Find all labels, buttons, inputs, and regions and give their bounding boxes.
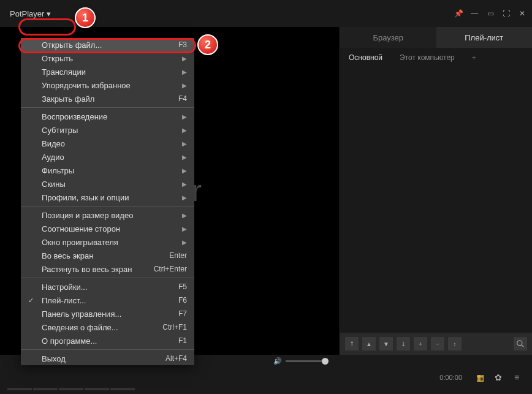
menu-item-label: Трансляции [42, 67, 86, 77]
submenu-arrow-icon: ▶ [182, 127, 187, 134]
menu-item-label: Открыть файл... [42, 40, 102, 50]
subtitle-icon[interactable]: ▦ [472, 369, 488, 385]
menu-item[interactable]: Окно проигрывателя▶ [21, 235, 194, 249]
pl-remove-icon[interactable]: − [431, 337, 444, 350]
submenu-arrow-icon: ▶ [182, 212, 187, 219]
pl-top-icon[interactable]: ⤒ [345, 337, 359, 350]
submenu-arrow-icon: ▶ [182, 113, 187, 120]
tab-browser[interactable]: Браузер [340, 27, 436, 48]
menu-item-label: Выход [42, 354, 66, 363]
menu-item[interactable]: Растянуть во весь экранCtrl+Enter [21, 262, 194, 276]
menu-hotkey: Ctrl+Enter [154, 265, 187, 273]
menu-icon[interactable]: ≡ [509, 369, 525, 385]
menu-item-label: Сведения о файле... [42, 323, 118, 332]
subtab-add[interactable]: + [463, 48, 485, 67]
menu-item-label: Плей-лист... [42, 296, 86, 305]
menu-item-label: Окно проигрывателя [42, 238, 118, 247]
menu-item-label: Закрыть файл [42, 94, 94, 104]
menu-item[interactable]: Фильтры▶ [21, 164, 194, 177]
menu-item[interactable]: Субтитры▶ [21, 123, 194, 137]
submenu-arrow-icon: ▶ [182, 225, 187, 232]
menu-item[interactable]: Скины▶ [21, 177, 194, 191]
menu-hotkey: F7 [178, 309, 187, 318]
menu-item[interactable]: Позиция и размер видео▶ [21, 208, 194, 222]
volume-icon[interactable]: 🔊 [273, 357, 282, 365]
menu-item-label: О программе... [42, 336, 97, 346]
pl-up-icon[interactable]: ▲ [362, 337, 376, 350]
menu-hotkey: F1 [178, 336, 187, 345]
menu-item-label: Аудио [42, 153, 64, 162]
menu-separator [21, 278, 194, 278]
chapter-mark [110, 388, 135, 390]
menu-item[interactable]: Настройки...F5 [21, 280, 194, 294]
close-icon[interactable]: ✕ [517, 9, 527, 18]
tab-playlist[interactable]: Плей-лист [436, 27, 533, 48]
pl-add-icon[interactable]: + [414, 337, 427, 350]
submenu-arrow-icon: ▶ [182, 55, 187, 62]
submenu-arrow-icon: ▶ [182, 181, 187, 188]
menu-item-label: Позиция и размер видео [42, 211, 133, 220]
chevron-down-icon: ▾ [47, 9, 51, 18]
menu-item[interactable]: ВыходAlt+F4 [21, 352, 194, 365]
app-menu-button[interactable]: PotPlayer ▾ [5, 7, 56, 20]
menu-item-label: Профили, язык и опции [42, 193, 129, 202]
submenu-arrow-icon: ▶ [182, 194, 187, 201]
submenu-arrow-icon: ▶ [182, 239, 187, 246]
menu-item[interactable]: Воспроизведение▶ [21, 110, 194, 123]
pin-icon[interactable]: 📌 [454, 9, 463, 18]
pl-sort-icon[interactable]: ↕ [448, 337, 462, 350]
menu-hotkey: Alt+F4 [165, 354, 187, 363]
menu-item-label: Скины [42, 180, 66, 189]
menu-item-label: Соотношение сторон [42, 224, 120, 233]
settings-icon[interactable]: ✿ [490, 369, 506, 385]
svg-line-1 [522, 345, 524, 347]
menu-separator [21, 349, 194, 350]
menu-hotkey: F5 [178, 282, 187, 291]
menu-item[interactable]: ✓Плей-лист...F6 [21, 294, 194, 307]
submenu-arrow-icon: ▶ [182, 140, 187, 147]
menu-hotkey: F3 [178, 40, 187, 49]
menu-item[interactable]: Видео▶ [21, 137, 194, 150]
menu-item[interactable]: О программе...F1 [21, 334, 194, 347]
menu-item[interactable]: Упорядочить избранное▶ [21, 78, 194, 92]
annotation-bubble-2: 2 [197, 34, 218, 55]
menu-item-label: Открыть [42, 54, 73, 63]
chapter-mark [33, 388, 58, 390]
subtab-main[interactable]: Основной [340, 48, 391, 67]
fullscreen-icon[interactable]: ⛶ [501, 9, 511, 18]
pl-bottom-icon[interactable]: ⤓ [397, 337, 410, 350]
menu-item[interactable]: Во весь экранEnter [21, 249, 194, 262]
volume-slider[interactable] [286, 360, 329, 362]
menu-item[interactable]: Сведения о файле...Ctrl+F1 [21, 320, 194, 334]
restore-icon[interactable]: ▭ [485, 9, 495, 18]
menu-item-label: Субтитры [42, 126, 78, 135]
time-display: 0:00:00 [439, 374, 462, 381]
menu-item[interactable]: Трансляции▶ [21, 65, 194, 78]
app-menu-label: PotPlayer [10, 9, 44, 18]
minimize-icon[interactable]: — [469, 9, 479, 18]
menu-item[interactable]: Закрыть файлF4 [21, 92, 194, 105]
menu-item[interactable]: Открыть файл...F3 [21, 38, 194, 51]
submenu-arrow-icon: ▶ [182, 154, 187, 161]
menu-item[interactable]: Профили, язык и опции▶ [21, 191, 194, 204]
menu-item[interactable]: Панель управления...F7 [21, 307, 194, 320]
subtab-computer[interactable]: Этот компьютер [391, 48, 463, 67]
menu-hotkey: F6 [178, 296, 187, 305]
playlist-body [340, 67, 532, 333]
menu-item[interactable]: Открыть▶ [21, 51, 194, 65]
check-icon: ✓ [28, 297, 34, 305]
chapter-mark [85, 388, 109, 390]
pl-down-icon[interactable]: ▼ [379, 337, 393, 350]
chapter-mark [7, 388, 32, 390]
menu-hotkey: F4 [178, 94, 187, 103]
submenu-arrow-icon: ▶ [182, 69, 187, 75]
menu-item[interactable]: Соотношение сторон▶ [21, 222, 194, 235]
menu-item-label: Настройки... [42, 282, 88, 292]
menu-item-label: Упорядочить избранное [42, 81, 131, 90]
annotation-bubble-1: 1 [75, 7, 96, 28]
menu-item[interactable]: Аудио▶ [21, 150, 194, 164]
menu-item-label: Видео [42, 139, 65, 148]
submenu-arrow-icon: ▶ [182, 167, 187, 174]
menu-item-label: Растянуть во весь экран [42, 265, 132, 274]
search-icon[interactable] [514, 337, 527, 350]
